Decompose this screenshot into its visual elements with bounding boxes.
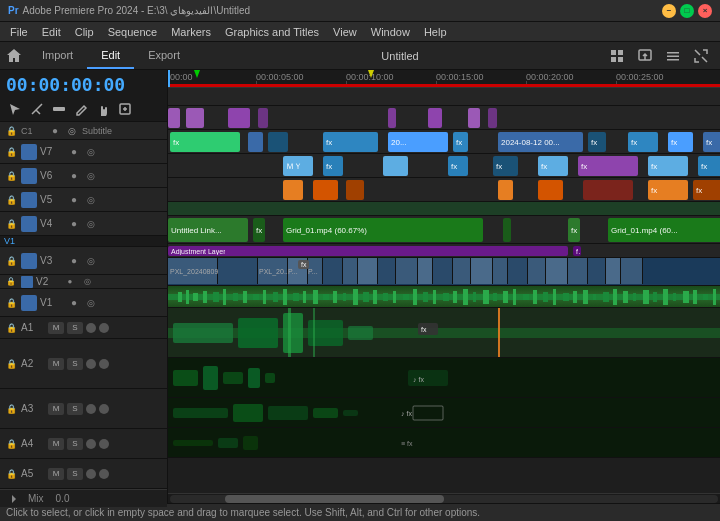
track-lock-v3[interactable]: 🔒	[4, 254, 18, 268]
track-mute-a5[interactable]: M	[48, 468, 64, 480]
clip-v5-9[interactable]: fx	[698, 156, 720, 176]
clip-v5-5[interactable]: fx	[493, 156, 518, 176]
track-vol-v5[interactable]: ◎	[84, 193, 98, 207]
expand-icon[interactable]	[690, 45, 712, 67]
track-mute-c1[interactable]: ◎	[65, 124, 79, 138]
clip-v7-4[interactable]	[258, 108, 268, 128]
menu-clip[interactable]: Clip	[69, 24, 100, 40]
clip-v7-8[interactable]	[488, 108, 497, 128]
clip-v5-2[interactable]: fx	[323, 156, 343, 176]
menu-sequence[interactable]: Sequence	[102, 24, 164, 40]
track-lock-a4[interactable]: 🔒	[4, 437, 18, 451]
track-eye-v3[interactable]: ●	[67, 254, 81, 268]
clip-v6-8[interactable]: fx	[588, 132, 606, 152]
track-eye-v6[interactable]: ●	[67, 169, 81, 183]
clip-v3-2[interactable]: fx	[253, 218, 265, 242]
track-solo-a3[interactable]: S	[67, 403, 83, 415]
mix-navigate-button[interactable]	[4, 489, 24, 509]
tab-import[interactable]: Import	[28, 42, 87, 69]
clip-v5-7[interactable]: fx	[578, 156, 638, 176]
track-toggle-v6[interactable]	[21, 168, 37, 184]
clip-v3-6[interactable]: Grid_01.mp4 (60...	[608, 218, 720, 242]
track-lock-a3[interactable]: 🔒	[4, 402, 18, 416]
track-vol-v1[interactable]: ◎	[84, 296, 98, 310]
track-vol-dot-a3[interactable]	[99, 404, 109, 414]
track-toggle-v2[interactable]	[21, 276, 33, 288]
track-vol-dot-a4[interactable]	[99, 439, 109, 449]
track-toggle-v3[interactable]	[21, 253, 37, 269]
clip-v4-1[interactable]	[283, 180, 303, 200]
track-lock-v1[interactable]: 🔒	[4, 296, 18, 310]
track-eye-v7[interactable]: ●	[67, 145, 81, 159]
clip-v4-3[interactable]	[346, 180, 364, 200]
menu-graphics[interactable]: Graphics and Titles	[219, 24, 325, 40]
track-record-a5[interactable]	[86, 469, 96, 479]
menu-edit[interactable]: Edit	[36, 24, 67, 40]
track-lock-a1[interactable]: 🔒	[4, 321, 18, 335]
clip-v7-1[interactable]	[168, 108, 180, 128]
clip-v4-6[interactable]	[583, 180, 633, 200]
grid-view-icon[interactable]	[606, 45, 628, 67]
playhead[interactable]	[168, 70, 170, 87]
track-record-a4[interactable]	[86, 439, 96, 449]
clip-v7-7[interactable]	[468, 108, 480, 128]
clip-v7-5[interactable]	[388, 108, 396, 128]
clip-v6-1[interactable]: fx	[170, 132, 240, 152]
clip-adjustment-fx[interactable]: fx	[573, 246, 581, 256]
clip-v7-2[interactable]	[186, 108, 204, 128]
track-toggle-v5[interactable]	[21, 192, 37, 208]
clip-v5-6[interactable]: fx	[538, 156, 568, 176]
clip-v4-2[interactable]	[313, 180, 338, 200]
clip-v6-2[interactable]	[248, 132, 263, 152]
menu-window[interactable]: Window	[365, 24, 416, 40]
track-eye-v4[interactable]: ●	[67, 217, 81, 231]
track-vol-v6[interactable]: ◎	[84, 169, 98, 183]
track-lock-v2[interactable]: 🔒	[4, 275, 18, 289]
scrollbar-track[interactable]	[170, 495, 718, 503]
track-lock-a5[interactable]: 🔒	[4, 467, 18, 481]
track-eye-v2[interactable]: ●	[63, 275, 77, 289]
menu-help[interactable]: Help	[418, 24, 453, 40]
maximize-button[interactable]: □	[680, 4, 694, 18]
menu-markers[interactable]: Markers	[165, 24, 217, 40]
clip-v5-3[interactable]	[383, 156, 408, 176]
tool-slip[interactable]	[50, 100, 68, 118]
track-solo-a2[interactable]: S	[67, 358, 83, 370]
track-vol-v4[interactable]: ◎	[84, 217, 98, 231]
tracks-area[interactable]: fx fx 20... fx 2024-08-12 00...	[168, 88, 720, 493]
track-record-a3[interactable]	[86, 404, 96, 414]
tool-razor[interactable]	[28, 100, 46, 118]
track-lock-v4[interactable]: 🔒	[4, 217, 18, 231]
track-lock-v5[interactable]: 🔒	[4, 193, 18, 207]
track-eye-c1[interactable]: ●	[48, 124, 62, 138]
track-vol-dot-a1[interactable]	[99, 323, 109, 333]
timeline-ruler[interactable]: 00:00 00:00:05:00 00:00:10:00 00:00:15:0…	[168, 70, 720, 88]
track-mute-a3[interactable]: M	[48, 403, 64, 415]
track-record-a2[interactable]	[86, 359, 96, 369]
track-toggle-v4[interactable]	[21, 216, 37, 232]
track-toggle-v1[interactable]	[21, 295, 37, 311]
tab-export[interactable]: Export	[134, 42, 194, 69]
track-eye-v1[interactable]: ●	[67, 296, 81, 310]
scrollbar-thumb[interactable]	[225, 495, 444, 503]
clip-v6-10[interactable]: fx	[668, 132, 693, 152]
tool-text[interactable]	[116, 100, 134, 118]
track-lock-v6[interactable]: 🔒	[4, 169, 18, 183]
track-toggle-v7[interactable]	[21, 144, 37, 160]
export-icon[interactable]	[634, 45, 656, 67]
track-mute-a4[interactable]: M	[48, 438, 64, 450]
track-solo-a4[interactable]: S	[67, 438, 83, 450]
clip-v6-4[interactable]: fx	[323, 132, 378, 152]
clip-v7-3[interactable]	[228, 108, 250, 128]
track-solo-a1[interactable]: S	[67, 322, 83, 334]
clip-v6-6[interactable]: fx	[453, 132, 468, 152]
menu-file[interactable]: File	[4, 24, 34, 40]
clip-v6-5[interactable]: 20...	[388, 132, 448, 152]
menu-view[interactable]: View	[327, 24, 363, 40]
clip-v6-7[interactable]: 2024-08-12 00...	[498, 132, 583, 152]
clip-v4-8[interactable]: fx	[693, 180, 720, 200]
track-eye-v5[interactable]: ●	[67, 193, 81, 207]
track-mute-a2[interactable]: M	[48, 358, 64, 370]
clip-v6-11[interactable]: fx	[703, 132, 720, 152]
tool-selection[interactable]	[6, 100, 24, 118]
